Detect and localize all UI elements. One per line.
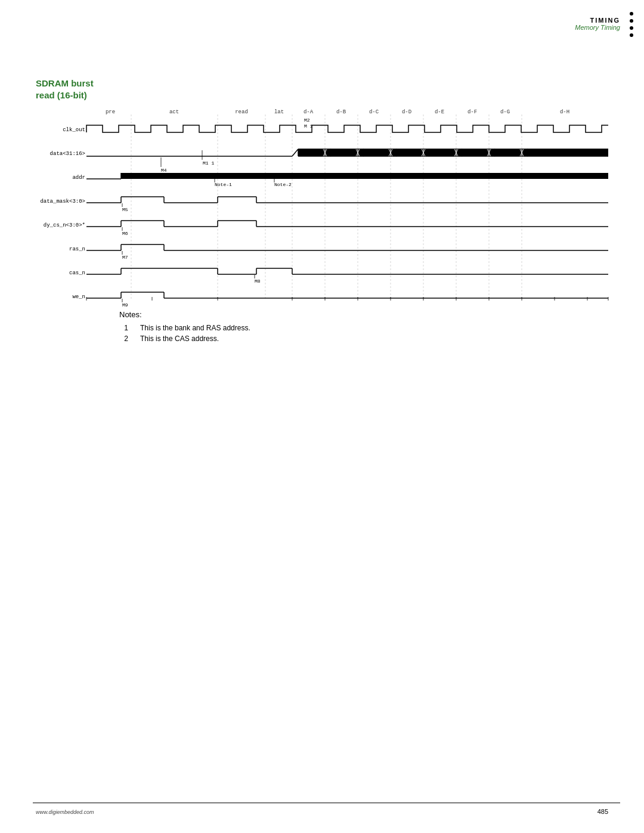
note-text-1: This is the bank and RAS address. — [140, 324, 250, 332]
svg-text:d-D: d-D — [402, 109, 411, 115]
svg-text:M2: M2 — [304, 117, 310, 123]
timing-label: TIMING — [575, 17, 620, 24]
svg-text:ras_n: ras_n — [69, 246, 85, 252]
svg-text:dy_cs_n<3:0>*: dy_cs_n<3:0>* — [44, 222, 85, 228]
svg-rect-81 — [121, 173, 608, 179]
notes-title: Notes: — [119, 310, 250, 319]
svg-text:pre: pre — [106, 109, 115, 115]
svg-text:M4: M4 — [161, 168, 167, 173]
svg-text:d-E: d-E — [435, 109, 444, 115]
svg-text:M8: M8 — [255, 278, 261, 284]
svg-text:d-B: d-B — [336, 109, 346, 115]
memory-timing-label: Memory Timing — [575, 24, 620, 31]
sidebar-dots — [630, 12, 633, 37]
sidebar-dot-4 — [630, 33, 633, 37]
sidebar-dot-1 — [630, 12, 633, 16]
svg-text:Note-2: Note-2 — [274, 182, 292, 187]
svg-text:addr: addr — [72, 175, 85, 181]
footer-divider — [33, 803, 620, 803]
svg-text:M7: M7 — [122, 255, 128, 260]
svg-text:d-G: d-G — [500, 109, 510, 115]
svg-text:d-F: d-F — [467, 109, 477, 115]
note-num-1: 1 — [119, 324, 128, 332]
sidebar-dot-3 — [630, 26, 633, 30]
svg-line-34 — [292, 149, 298, 156]
svg-text:data<31:16>: data<31:16> — [50, 151, 85, 157]
svg-text:d-C: d-C — [369, 109, 379, 115]
svg-text:act: act — [169, 109, 179, 115]
page-title-text: SDRAM burst read (16-bit) — [36, 78, 94, 101]
svg-text:M6: M6 — [122, 231, 128, 236]
sidebar-dot-2 — [630, 19, 633, 23]
svg-text:data_mask<3:0>: data_mask<3:0> — [40, 199, 85, 205]
svg-text:Note-1: Note-1 — [215, 182, 232, 187]
notes-list: 1 This is the bank and RAS address. 2 Th… — [119, 324, 250, 343]
footer-website: www.digiembedded.com — [36, 809, 94, 815]
svg-rect-53 — [298, 149, 608, 156]
footer-page-number: 485 — [597, 808, 608, 815]
svg-text:d-A: d-A — [304, 109, 314, 115]
svg-text:M 1: M 1 — [304, 123, 313, 129]
svg-text:clk_out: clk_out — [63, 127, 85, 133]
svg-text:cas_n: cas_n — [69, 270, 85, 276]
note-item-1: 1 This is the bank and RAS address. — [119, 324, 250, 332]
notes-section: Notes: 1 This is the bank and RAS addres… — [119, 310, 250, 345]
note-item-2: 2 This is the CAS address. — [119, 335, 250, 343]
svg-text:lat: lat — [274, 109, 284, 115]
note-num-2: 2 — [119, 335, 128, 343]
note-text-2: This is the CAS address. — [140, 335, 219, 343]
header-section: TIMING Memory Timing — [575, 17, 620, 31]
timing-diagram-svg: pre act read lat d-A d-B d-C d-D d-E d-F… — [33, 103, 611, 317]
svg-text:M1 1: M1 1 — [203, 160, 214, 166]
svg-text:M9: M9 — [122, 302, 128, 308]
svg-text:read: read — [235, 109, 248, 115]
page-title: SDRAM burst read (16-bit) — [36, 78, 94, 101]
svg-text:we_n: we_n — [72, 294, 85, 300]
svg-text:M5: M5 — [122, 207, 128, 212]
svg-text:d-H: d-H — [560, 109, 569, 115]
